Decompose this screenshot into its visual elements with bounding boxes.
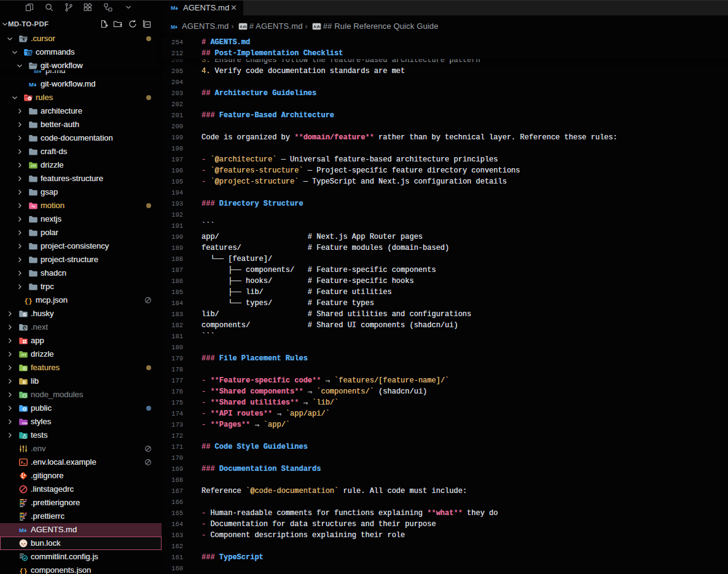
svg-text:M: M xyxy=(171,5,175,11)
svg-text:N: N xyxy=(24,327,26,330)
svg-text:M: M xyxy=(171,24,175,30)
svg-text:css: css xyxy=(22,421,28,425)
svg-text:{}: {} xyxy=(20,568,28,574)
svg-text:M: M xyxy=(19,527,24,533)
svg-text:{}: {} xyxy=(25,298,33,305)
svg-text:M: M xyxy=(29,81,34,88)
